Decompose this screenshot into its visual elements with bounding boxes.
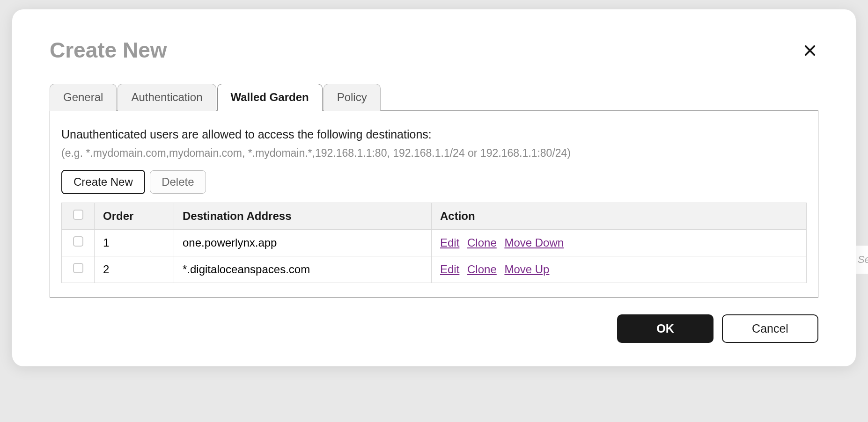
row-actions: Edit Clone Move Up [432, 256, 807, 283]
header-order: Order [95, 203, 174, 230]
header-action: Action [432, 203, 807, 230]
row-checkbox-cell [62, 256, 95, 283]
row-checkbox[interactable] [73, 263, 83, 273]
tab-walled-garden[interactable]: Walled Garden [217, 84, 323, 111]
row-actions: Edit Clone Move Down [432, 230, 807, 256]
row-order: 2 [95, 256, 174, 283]
row-checkbox[interactable] [73, 236, 83, 247]
backdrop-search-fragment: Se [854, 246, 868, 274]
hint-text: (e.g. *.mydomain.com,mydomain.com, *.myd… [61, 147, 807, 160]
create-new-modal: Create New General Authentication Walled… [12, 9, 856, 366]
tab-authentication[interactable]: Authentication [118, 84, 216, 111]
select-all-checkbox[interactable] [73, 210, 83, 220]
table-row: 2 *.digitaloceanspaces.com Edit Clone Mo… [62, 256, 807, 283]
edit-link[interactable]: Edit [440, 236, 459, 249]
tabs: General Authentication Walled Garden Pol… [50, 83, 818, 111]
ok-button[interactable]: OK [617, 314, 714, 343]
tab-general[interactable]: General [50, 84, 117, 111]
table-row: 1 one.powerlynx.app Edit Clone Move Down [62, 230, 807, 256]
move-down-link[interactable]: Move Down [504, 236, 564, 249]
row-checkbox-cell [62, 230, 95, 256]
clone-link[interactable]: Clone [467, 263, 497, 276]
row-order: 1 [95, 230, 174, 256]
edit-link[interactable]: Edit [440, 263, 459, 276]
close-icon[interactable] [802, 42, 818, 59]
action-bar: Create New Delete [61, 170, 807, 194]
clone-link[interactable]: Clone [467, 236, 497, 249]
modal-footer: OK Cancel [50, 314, 818, 343]
search-placeholder-fragment: Se [858, 254, 868, 266]
cancel-button[interactable]: Cancel [722, 314, 818, 343]
description-text: Unauthenticated users are allowed to acc… [61, 128, 807, 141]
modal-header: Create New [50, 37, 818, 63]
create-new-button[interactable]: Create New [61, 170, 145, 194]
walled-garden-table: Order Destination Address Action 1 one.p… [61, 203, 807, 283]
tab-policy[interactable]: Policy [324, 84, 381, 111]
tab-content: Unauthenticated users are allowed to acc… [50, 111, 818, 298]
table-header-row: Order Destination Address Action [62, 203, 807, 230]
row-destination: *.digitaloceanspaces.com [174, 256, 432, 283]
move-up-link[interactable]: Move Up [504, 263, 549, 276]
modal-title: Create New [50, 37, 167, 63]
header-checkbox-cell [62, 203, 95, 230]
delete-button[interactable]: Delete [150, 170, 206, 194]
row-destination: one.powerlynx.app [174, 230, 432, 256]
header-destination: Destination Address [174, 203, 432, 230]
